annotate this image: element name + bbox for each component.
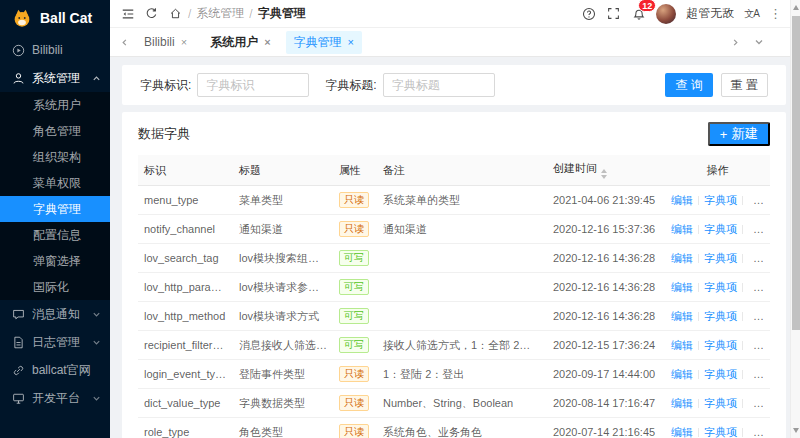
logo[interactable]: Ball Cat (0, 0, 110, 36)
dict-items-link[interactable]: 字典项 (704, 252, 737, 264)
dict-code-input[interactable] (197, 73, 309, 97)
dict-created-time: 2020-12-15 17:36:24 (547, 331, 665, 360)
reset-button[interactable]: 重 置 (721, 73, 768, 97)
dict-items-link[interactable]: 字典项 (704, 223, 737, 235)
dict-title-input[interactable] (383, 73, 495, 97)
attr-tag: 只读 (339, 366, 369, 382)
translate-icon[interactable]: 文A (744, 7, 759, 21)
dict-items-link[interactable]: 字典项 (704, 426, 737, 438)
file-text-icon (12, 336, 25, 349)
divider (742, 283, 743, 292)
sidebar-item-bilibili[interactable]: Bilibili (0, 36, 110, 64)
column-header-attr: 属性 (333, 155, 377, 186)
edit-link[interactable]: 编辑 (671, 426, 693, 438)
sidebar-item-system-users[interactable]: 系统用户 (0, 92, 110, 118)
sort-icon[interactable] (601, 169, 607, 179)
tab-scroll-right-icon[interactable] (731, 38, 740, 47)
search-button[interactable]: 查 询 (665, 73, 712, 97)
create-button[interactable]: + 新建 (708, 122, 770, 146)
tab-label: Bilibili (144, 35, 175, 49)
sidebar-item-log-management[interactable]: 日志管理 (0, 328, 110, 356)
dict-remarks: 通知渠道 (377, 215, 547, 244)
table-row: lov_http_params_position lov模块请求参数位置 可写 … (138, 273, 770, 302)
edit-link[interactable]: 编辑 (671, 397, 693, 409)
menu-fold-icon[interactable] (120, 6, 135, 21)
edit-link[interactable]: 编辑 (671, 368, 693, 380)
sidebar-item-label: 日志管理 (32, 334, 92, 351)
divider (698, 341, 699, 350)
dict-items-link[interactable]: 字典项 (704, 339, 737, 351)
window-scrollbar[interactable] (790, 0, 800, 438)
sidebar-item-organization[interactable]: 组织架构 (0, 144, 110, 170)
dict-items-link[interactable]: 字典项 (704, 194, 737, 206)
dict-remarks (377, 244, 547, 273)
ballcat-logo-icon (11, 7, 33, 29)
dict-remarks (377, 273, 547, 302)
tab-scroll-left-icon[interactable] (120, 38, 129, 47)
app-title: Ball Cat (40, 10, 92, 26)
breadcrumb-item-current: 字典管理 (258, 5, 306, 22)
dict-items-link[interactable]: 字典项 (704, 281, 737, 293)
dict-title: 消息接收人筛选方式 (233, 331, 333, 360)
divider (742, 428, 743, 437)
sidebar-item-dev-platform[interactable]: 开发平台 (0, 384, 110, 412)
edit-link[interactable]: 编辑 (671, 194, 693, 206)
breadcrumb-item[interactable]: 系统管理 (196, 5, 244, 22)
edit-link[interactable]: 编辑 (671, 310, 693, 322)
home-icon[interactable] (168, 6, 183, 21)
sidebar-item-system-management[interactable]: 系统管理 (0, 64, 110, 92)
question-circle-icon[interactable] (581, 6, 596, 21)
sidebar-item-menu-permission[interactable]: 菜单权限 (0, 170, 110, 196)
sidebar-item-ballcat-site[interactable]: ballcat官网 (0, 356, 110, 384)
sidebar-item-popup-select[interactable]: 弹窗选择 (0, 248, 110, 274)
dict-items-link[interactable]: 字典项 (704, 368, 737, 380)
chevron-down-icon (92, 338, 101, 347)
dict-items-link[interactable]: 字典项 (704, 310, 737, 322)
divider (698, 428, 699, 437)
sidebar-item-config-info[interactable]: 配置信息 (0, 222, 110, 248)
dict-remarks: Number、String、Boolean (377, 389, 547, 418)
table-header-row: 标识 标题 属性 备注 创建时间 操作 (138, 155, 770, 186)
dict-title: lov模块请求参数位置 (233, 273, 333, 302)
sidebar-item-message-notify[interactable]: 消息通知 (0, 300, 110, 328)
avatar[interactable] (656, 4, 676, 24)
dict-remarks: 接收人筛选方式，1：全部 2：用户角色 3... (377, 331, 547, 360)
close-icon[interactable]: × (348, 37, 354, 48)
column-header-code: 标识 (138, 155, 233, 186)
sidebar-item-role-management[interactable]: 角色管理 (0, 118, 110, 144)
edit-link[interactable]: 编辑 (671, 339, 693, 351)
sidebar-item-label: Bilibili (32, 43, 101, 57)
sidebar-item-label: 系统管理 (32, 70, 92, 87)
sidebar-item-i18n[interactable]: 国际化 (0, 274, 110, 300)
attr-tag: 只读 (339, 424, 369, 438)
tab-options-chevron-icon[interactable] (754, 37, 764, 47)
scroll-up-arrow-icon[interactable] (793, 5, 799, 10)
close-icon[interactable]: × (181, 37, 187, 48)
dict-remarks (377, 302, 547, 331)
table-row: recipient_filter_type 消息接收人筛选方式 可写 接收人筛选… (138, 331, 770, 360)
tab-bilibili[interactable]: Bilibili × (136, 32, 195, 52)
reload-icon[interactable] (144, 6, 159, 21)
tab-dict-management[interactable]: 字典管理 × (286, 31, 362, 54)
fullscreen-icon[interactable] (606, 6, 621, 21)
tab-system-users[interactable]: 系统用户 × (202, 31, 278, 54)
sidebar-item-label: 配置信息 (33, 227, 81, 244)
dict-code: notify_channel (138, 215, 233, 244)
more-icon[interactable]: ⋮ (769, 6, 782, 21)
dict-items-link[interactable]: 字典项 (704, 397, 737, 409)
dict-code: recipient_filter_type (138, 331, 233, 360)
chevron-down-icon (92, 310, 101, 319)
edit-link[interactable]: 编辑 (671, 223, 693, 235)
edit-link[interactable]: 编辑 (671, 252, 693, 264)
scrollbar-thumb[interactable] (792, 16, 800, 330)
scroll-down-arrow-icon[interactable] (793, 428, 799, 433)
notification-bell[interactable]: 12 (631, 6, 646, 21)
username[interactable]: 超管无敌 (686, 5, 734, 22)
sidebar-item-dict-management[interactable]: 字典管理 (0, 196, 110, 222)
dict-code: lov_search_tag (138, 244, 233, 273)
edit-link[interactable]: 编辑 (671, 281, 693, 293)
dict-remarks: 系统菜单的类型 (377, 186, 547, 215)
close-icon[interactable]: × (264, 37, 270, 48)
divider (698, 283, 699, 292)
table-row: login_event_type 登陆事件类型 只读 1：登陆 2：登出 202… (138, 360, 770, 389)
